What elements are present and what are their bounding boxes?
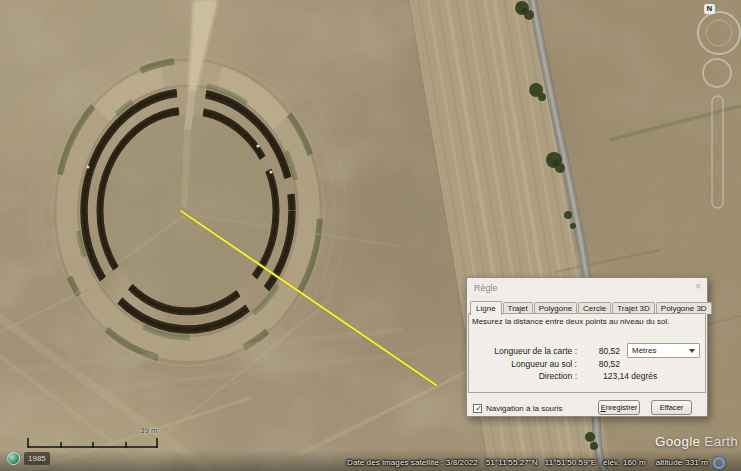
tab-ligne[interactable]: Ligne xyxy=(470,301,502,315)
dialog-title: Règle xyxy=(474,283,498,293)
clear-button[interactable]: Effacer xyxy=(651,400,692,415)
elevation-value: 160 m xyxy=(623,458,646,467)
eye-altitude-label: altitude xyxy=(656,458,683,467)
direction-value: 123,14 degrés xyxy=(603,371,703,381)
checkmark-icon: ✓ xyxy=(474,404,483,413)
elevation-label: élév. xyxy=(603,458,620,467)
status-bar: Date des images satellite : 3/8/2022 51°… xyxy=(338,455,741,470)
latitude: 51°11'55.27"N xyxy=(486,458,538,467)
direction-label: Direction : xyxy=(475,371,577,381)
map-length-label: Longueur de la carte : xyxy=(475,346,577,356)
google-earth-watermark: GoogleEarth xyxy=(655,434,738,449)
imagery-date: Date des images satellite : 3/8/2022 xyxy=(347,458,478,467)
description-text: Mesurez la distance entre deux points au… xyxy=(472,317,669,326)
ruler-dialog: Règle × Ligne Trajet Polygone Cercle Tra… xyxy=(466,277,708,417)
longitude: 11°51'50.59"E xyxy=(545,458,596,467)
history-clock-icon[interactable] xyxy=(7,452,20,465)
save-button[interactable]: Enregistrer xyxy=(598,400,640,415)
mouse-nav-label: Navigation à la souris xyxy=(486,404,562,413)
dropdown-arrow-icon xyxy=(689,349,695,353)
mouse-nav-checkbox[interactable]: ✓ xyxy=(473,404,482,413)
close-icon[interactable]: × xyxy=(692,280,704,292)
unit-select[interactable]: Mètres xyxy=(627,343,700,358)
unit-value: Mètres xyxy=(632,346,656,355)
map-length-value: 80,52 xyxy=(579,346,620,356)
ground-length-value: 80,52 xyxy=(579,359,620,369)
north-indicator[interactable]: N xyxy=(704,4,715,14)
streaming-indicator-icon xyxy=(713,457,725,469)
history-year-badge[interactable]: 1985 xyxy=(24,452,50,465)
google-earth-window: 39 m 1985 Date des images satellite : 3/… xyxy=(0,0,741,471)
ground-length-label: Longueur au sol : xyxy=(475,359,577,369)
eye-altitude-value: 331 m xyxy=(685,458,708,467)
